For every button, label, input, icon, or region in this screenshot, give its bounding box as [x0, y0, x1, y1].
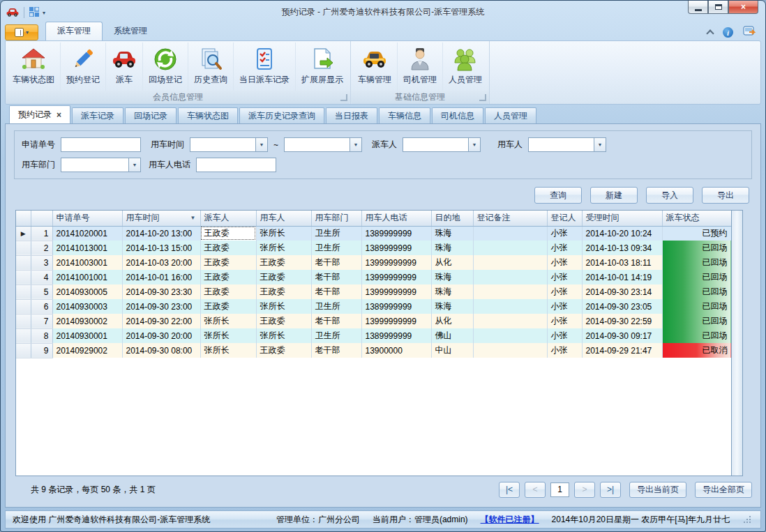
- cell-user[interactable]: 张所长: [256, 328, 311, 343]
- return-register-button[interactable]: 回场登记: [143, 43, 188, 91]
- chevron-down-icon[interactable]: ▼: [128, 158, 141, 172]
- cell-user[interactable]: 张所长: [256, 241, 311, 255]
- user-combo[interactable]: ▼: [528, 137, 606, 152]
- export-current-page-button[interactable]: 导出当前页: [629, 482, 686, 498]
- cell-use_time[interactable]: 2014-09-30 23:00: [122, 299, 200, 314]
- cell-registrar[interactable]: 小张: [547, 284, 582, 299]
- cell-remark[interactable]: [473, 343, 547, 358]
- cell-phone[interactable]: 13999999999: [361, 314, 431, 328]
- cell-phone[interactable]: 13999999999: [361, 270, 431, 284]
- minimize-button[interactable]: [688, 1, 708, 14]
- cell-dept[interactable]: 老干部: [311, 284, 361, 299]
- cell-registrar[interactable]: 小张: [547, 343, 582, 358]
- document-tab[interactable]: 回场记录: [125, 107, 177, 123]
- cell-accept_time[interactable]: 2014-09-29 21:47: [582, 343, 662, 358]
- cell-use_time[interactable]: 2014-09-30 08:00: [122, 343, 200, 358]
- column-header-registrar[interactable]: 登记人: [547, 211, 582, 226]
- document-tab[interactable]: 人员管理: [485, 107, 536, 123]
- vehicle-status-map-button[interactable]: 车辆状态图: [7, 43, 61, 91]
- today-dispatch-records-button[interactable]: 当日派车记录: [234, 43, 296, 91]
- cell-accept_time[interactable]: 2014-10-01 14:19: [582, 270, 662, 284]
- document-tab[interactable]: 当日报表: [326, 107, 377, 123]
- cell-phone[interactable]: 1389999999: [361, 241, 431, 255]
- dispatch-button[interactable]: 派车: [106, 43, 143, 91]
- cell-order_no[interactable]: 20140930005: [52, 284, 122, 299]
- cell-dest[interactable]: 珠海: [431, 270, 473, 284]
- cell-dept[interactable]: 卫生所: [311, 299, 361, 314]
- cell-use_time[interactable]: 2014-09-30 22:00: [122, 314, 200, 328]
- column-header-num[interactable]: [31, 211, 52, 226]
- info-icon[interactable]: i: [723, 27, 733, 38]
- cell-phone[interactable]: 1389999999: [361, 299, 431, 314]
- cell-dest[interactable]: 从化: [431, 255, 473, 270]
- cell-registrar[interactable]: 小张: [547, 314, 582, 328]
- cell-registrar[interactable]: 小张: [547, 241, 582, 255]
- last-page-button[interactable]: >|: [600, 482, 621, 498]
- column-header-order_no[interactable]: 申请单号: [52, 211, 122, 226]
- reservation-register-button[interactable]: 预约登记: [61, 43, 106, 91]
- column-header-remark[interactable]: 登记备注: [473, 211, 547, 226]
- document-tab[interactable]: 车辆状态图: [178, 107, 238, 123]
- cell-user[interactable]: 王政委: [256, 255, 311, 270]
- query-button[interactable]: 查询: [534, 187, 582, 204]
- cell-user[interactable]: 王政委: [256, 284, 311, 299]
- cell-order_no[interactable]: 20140930002: [52, 314, 122, 328]
- cell-user[interactable]: 张所长: [256, 226, 311, 241]
- cell-accept_time[interactable]: 2014-09-30 23:14: [582, 284, 662, 299]
- page-number-input[interactable]: [550, 482, 569, 497]
- cell-phone[interactable]: 13999999999: [361, 255, 431, 270]
- table-row[interactable]: 4201410010012014-10-01 16:00王政委王政委老干部139…: [16, 270, 731, 284]
- next-page-button[interactable]: >: [574, 482, 595, 498]
- cell-dest[interactable]: 珠海: [431, 226, 473, 241]
- table-row[interactable]: 8201409300012014-09-30 20:00张所长张所长卫生所138…: [16, 328, 731, 343]
- cell-dispatcher[interactable]: 王政委: [200, 226, 256, 241]
- table-row[interactable]: 3201410030012014-10-03 20:00王政委王政委老干部139…: [16, 255, 731, 270]
- driver-management-button[interactable]: 司机管理: [398, 43, 443, 91]
- extended-screen-button[interactable]: 扩展屏显示: [296, 43, 349, 91]
- cell-dept[interactable]: 卫生所: [311, 328, 361, 343]
- cell-dispatcher[interactable]: 张所长: [200, 314, 256, 328]
- cell-phone[interactable]: 1389999999: [361, 328, 431, 343]
- cell-accept_time[interactable]: 2014-09-30 23:05: [582, 299, 662, 314]
- tab-close-icon[interactable]: ×: [57, 110, 61, 120]
- maximize-button[interactable]: [708, 1, 728, 14]
- cell-use_time[interactable]: 2014-10-20 13:00: [122, 226, 200, 241]
- cell-dispatcher[interactable]: 张所长: [200, 343, 256, 358]
- cell-dept[interactable]: 老干部: [311, 343, 361, 358]
- cell-dept[interactable]: 卫生所: [311, 226, 361, 241]
- table-row[interactable]: ▶1201410200012014-10-20 13:00王政委张所长卫生所13…: [16, 226, 731, 241]
- first-page-button[interactable]: |<: [499, 482, 520, 498]
- cell-phone[interactable]: 13999999999: [361, 284, 431, 299]
- column-header-marker[interactable]: [16, 211, 31, 226]
- cell-accept_time[interactable]: 2014-10-13 09:34: [582, 241, 662, 255]
- use-time-to-combo[interactable]: ▼: [284, 137, 362, 152]
- import-button[interactable]: 导入: [646, 187, 693, 204]
- cell-registrar[interactable]: 小张: [547, 270, 582, 284]
- dialog-launcher-icon[interactable]: [479, 94, 486, 101]
- cell-order_no[interactable]: 20140930001: [52, 328, 122, 343]
- history-query-button[interactable]: 历史查询: [188, 43, 234, 91]
- table-row[interactable]: 6201409300032014-09-30 23:00王政委张所长卫生所138…: [16, 299, 731, 314]
- cell-order_no[interactable]: 20140930003: [52, 299, 122, 314]
- create-button[interactable]: 新建: [590, 187, 638, 204]
- application-menu-button[interactable]: ▾: [5, 24, 38, 40]
- cell-dispatcher[interactable]: 王政委: [200, 299, 256, 314]
- cell-accept_time[interactable]: 2014-10-03 18:11: [582, 255, 662, 270]
- cell-dispatcher[interactable]: 王政委: [200, 270, 256, 284]
- column-header-accept_time[interactable]: 受理时间: [582, 211, 662, 226]
- cell-remark[interactable]: [473, 270, 547, 284]
- column-header-phone[interactable]: 用车人电话: [361, 211, 431, 226]
- cell-order_no[interactable]: 20141003001: [52, 255, 122, 270]
- cell-dest[interactable]: 珠海: [431, 284, 473, 299]
- phone-input[interactable]: [196, 158, 276, 172]
- table-row[interactable]: 7201409300022014-09-30 22:00张所长王政委老干部139…: [16, 314, 731, 328]
- table-row[interactable]: 5201409300052014-09-30 23:30王政委王政委老干部139…: [16, 284, 731, 299]
- cell-user[interactable]: 张所长: [256, 299, 311, 314]
- cell-remark[interactable]: [473, 255, 547, 270]
- cell-dispatcher[interactable]: 张所长: [200, 328, 256, 343]
- table-row[interactable]: 9201409290022014-09-30 08:00张所长王政委老干部139…: [16, 343, 731, 358]
- document-tab[interactable]: 司机信息: [432, 107, 483, 123]
- dept-combo[interactable]: ▼: [61, 158, 141, 172]
- order-no-input[interactable]: [61, 137, 141, 152]
- cell-use_time[interactable]: 2014-10-13 15:00: [122, 241, 200, 255]
